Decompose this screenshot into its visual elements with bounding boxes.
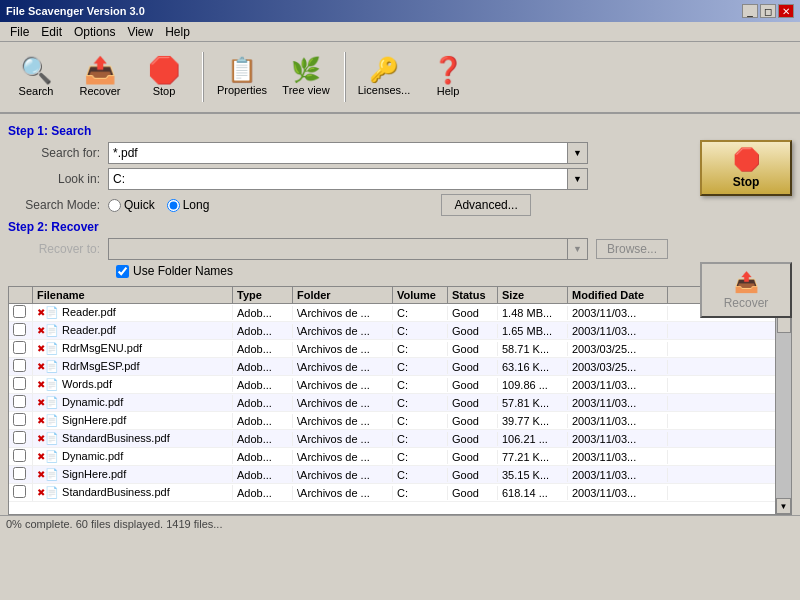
recover-panel-icon: 📤 bbox=[734, 270, 759, 294]
cell-folder: \Archivos de ... bbox=[293, 378, 393, 392]
row-checkbox[interactable] bbox=[13, 485, 26, 498]
restore-button[interactable]: ◻ bbox=[760, 4, 776, 18]
stop-panel-label: Stop bbox=[733, 175, 760, 189]
search-for-row: Search for: ▼ 🛑 Stop bbox=[8, 142, 792, 164]
cell-status: Good bbox=[448, 432, 498, 446]
col-header-filename[interactable]: Filename bbox=[33, 287, 233, 303]
col-header-folder[interactable]: Folder bbox=[293, 287, 393, 303]
folder-names-checkbox[interactable] bbox=[116, 265, 129, 278]
row-checkbox[interactable] bbox=[13, 431, 26, 444]
toolbar-licenses-button[interactable]: 🔑 Licenses... bbox=[354, 46, 414, 108]
cell-modified: 2003/11/03... bbox=[568, 450, 668, 464]
cell-volume: C: bbox=[393, 396, 448, 410]
minimize-button[interactable]: _ bbox=[742, 4, 758, 18]
table-row[interactable]: ✖📄 SignHere.pdf Adob... \Archivos de ...… bbox=[9, 412, 775, 430]
recover-to-row: Recover to: ▼ Browse... 📤 Recover bbox=[8, 238, 792, 260]
table-row[interactable]: ✖📄 Dynamic.pdf Adob... \Archivos de ... … bbox=[9, 394, 775, 412]
cell-size: 1.65 MB... bbox=[498, 324, 568, 338]
cell-status: Good bbox=[448, 306, 498, 320]
look-in-input[interactable] bbox=[108, 168, 568, 190]
col-header-check bbox=[9, 287, 33, 303]
menu-options[interactable]: Options bbox=[68, 24, 121, 39]
recover-to-dropdown[interactable]: ▼ bbox=[568, 238, 588, 260]
menu-edit[interactable]: Edit bbox=[35, 24, 68, 39]
title-bar: File Scavenger Version 3.0 _ ◻ ✕ bbox=[0, 0, 800, 22]
row-checkbox[interactable] bbox=[13, 323, 26, 336]
scrollbar-down[interactable]: ▼ bbox=[776, 498, 791, 514]
cell-folder: \Archivos de ... bbox=[293, 450, 393, 464]
status-text: 0% complete. 60 files displayed. 1419 fi… bbox=[6, 518, 222, 530]
col-header-volume[interactable]: Volume bbox=[393, 287, 448, 303]
row-checkbox[interactable] bbox=[13, 413, 26, 426]
cell-folder: \Archivos de ... bbox=[293, 324, 393, 338]
folder-names-label[interactable]: Use Folder Names bbox=[116, 264, 233, 278]
toolbar-help-button[interactable]: ❓ Help bbox=[418, 46, 478, 108]
cell-folder: \Archivos de ... bbox=[293, 468, 393, 482]
browse-button[interactable]: Browse... bbox=[596, 239, 668, 259]
row-checkbox[interactable] bbox=[13, 377, 26, 390]
cell-status: Good bbox=[448, 378, 498, 392]
cell-modified: 2003/03/25... bbox=[568, 360, 668, 374]
cell-size: 63.16 K... bbox=[498, 360, 568, 374]
cell-size: 109.86 ... bbox=[498, 378, 568, 392]
table-row[interactable]: ✖📄 Words.pdf Adob... \Archivos de ... C:… bbox=[9, 376, 775, 394]
recover-to-label: Recover to: bbox=[8, 242, 108, 256]
toolbar-recover-button[interactable]: 📤 Recover bbox=[70, 46, 130, 108]
table-row[interactable]: ✖📄 StandardBusiness.pdf Adob... \Archivo… bbox=[9, 484, 775, 502]
row-checkbox[interactable] bbox=[13, 341, 26, 354]
cell-type: Adob... bbox=[233, 414, 293, 428]
cell-status: Good bbox=[448, 324, 498, 338]
scrollbar-track[interactable] bbox=[776, 303, 791, 498]
menu-view[interactable]: View bbox=[121, 24, 159, 39]
row-checkbox[interactable] bbox=[13, 395, 26, 408]
col-header-size[interactable]: Size bbox=[498, 287, 568, 303]
row-checkbox[interactable] bbox=[13, 359, 26, 372]
cell-volume: C: bbox=[393, 432, 448, 446]
long-radio[interactable] bbox=[167, 199, 180, 212]
scrollbar[interactable]: ▲ ▼ bbox=[775, 287, 791, 514]
cell-filename: ✖📄 Words.pdf bbox=[33, 377, 233, 392]
table-row[interactable]: ✖📄 RdrMsgENU.pdf Adob... \Archivos de ..… bbox=[9, 340, 775, 358]
table-row[interactable]: ✖📄 SignHere.pdf Adob... \Archivos de ...… bbox=[9, 466, 775, 484]
table-row[interactable]: ✖📄 Dynamic.pdf Adob... \Archivos de ... … bbox=[9, 448, 775, 466]
table-row[interactable]: ✖📄 StandardBusiness.pdf Adob... \Archivo… bbox=[9, 430, 775, 448]
table-row[interactable]: ✖📄 Reader.pdf Adob... \Archivos de ... C… bbox=[9, 304, 775, 322]
search-for-dropdown[interactable]: ▼ bbox=[568, 142, 588, 164]
radio-quick[interactable]: Quick bbox=[108, 198, 155, 212]
menu-file[interactable]: File bbox=[4, 24, 35, 39]
row-checkbox[interactable] bbox=[13, 449, 26, 462]
menu-help[interactable]: Help bbox=[159, 24, 196, 39]
toolbar-search-button[interactable]: 🔍 Search bbox=[6, 46, 66, 108]
col-header-modified[interactable]: Modified Date bbox=[568, 287, 668, 303]
cell-size: 35.15 K... bbox=[498, 468, 568, 482]
advanced-button[interactable]: Advanced... bbox=[441, 194, 530, 216]
table-row[interactable]: ✖📄 RdrMsgESP.pdf Adob... \Archivos de ..… bbox=[9, 358, 775, 376]
cell-modified: 2003/03/25... bbox=[568, 342, 668, 356]
cell-type: Adob... bbox=[233, 432, 293, 446]
cell-folder: \Archivos de ... bbox=[293, 360, 393, 374]
cell-size: 1.48 MB... bbox=[498, 306, 568, 320]
toolbar-treeview-button[interactable]: 🌿 Tree view bbox=[276, 46, 336, 108]
stop-panel-button[interactable]: 🛑 Stop bbox=[700, 140, 792, 196]
recover-panel-button[interactable]: 📤 Recover bbox=[700, 262, 792, 318]
look-in-dropdown[interactable]: ▼ bbox=[568, 168, 588, 190]
toolbar-properties-button[interactable]: 📋 Properties bbox=[212, 46, 272, 108]
search-mode-label: Search Mode: bbox=[8, 198, 108, 212]
cell-status: Good bbox=[448, 396, 498, 410]
recover-icon: 📤 bbox=[84, 57, 116, 83]
toolbar-stop-button[interactable]: 🛑 Stop bbox=[134, 46, 194, 108]
recover-to-input[interactable] bbox=[108, 238, 568, 260]
stop-panel-icon: 🛑 bbox=[733, 147, 760, 173]
toolbar: 🔍 Search 📤 Recover 🛑 Stop 📋 Properties 🌿… bbox=[0, 42, 800, 114]
col-header-status[interactable]: Status bbox=[448, 287, 498, 303]
quick-radio[interactable] bbox=[108, 199, 121, 212]
table-row[interactable]: ✖📄 Reader.pdf Adob... \Archivos de ... C… bbox=[9, 322, 775, 340]
cell-folder: \Archivos de ... bbox=[293, 396, 393, 410]
radio-long[interactable]: Long bbox=[167, 198, 210, 212]
col-header-type[interactable]: Type bbox=[233, 287, 293, 303]
row-checkbox[interactable] bbox=[13, 305, 26, 318]
close-button[interactable]: ✕ bbox=[778, 4, 794, 18]
cell-type: Adob... bbox=[233, 324, 293, 338]
row-checkbox[interactable] bbox=[13, 467, 26, 480]
search-for-input[interactable] bbox=[108, 142, 568, 164]
